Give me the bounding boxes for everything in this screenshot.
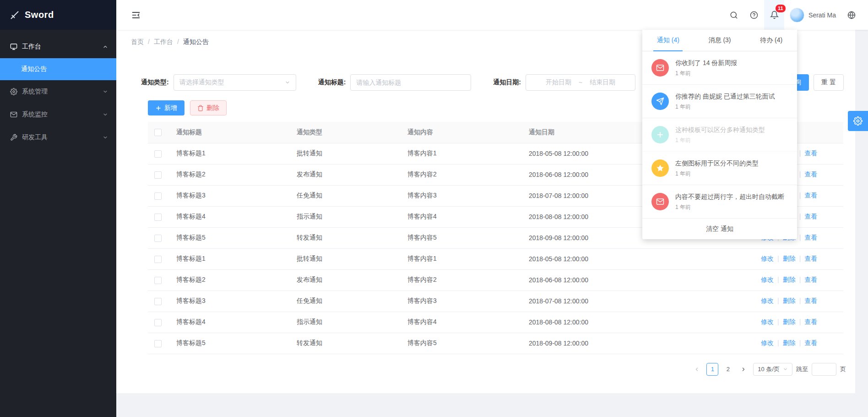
- action-view[interactable]: 查看: [804, 149, 817, 157]
- sidebar-item-dev-tools[interactable]: 研发工具: [0, 126, 116, 149]
- date-start-placeholder: 开始日期: [546, 78, 571, 87]
- action-view[interactable]: 查看: [804, 276, 817, 283]
- sidebar-item-system-monitor[interactable]: 系统监控: [0, 103, 116, 126]
- cell-content: 博客内容4: [403, 206, 524, 227]
- jump-label: 跳至: [796, 365, 808, 373]
- next-page-button[interactable]: [738, 363, 749, 376]
- action-view[interactable]: 查看: [804, 255, 817, 262]
- sidebar-item-workbench[interactable]: 工作台: [0, 35, 116, 58]
- notifications-button[interactable]: 11: [764, 0, 784, 30]
- cell-date: 2018-07-08 12:00:00: [524, 291, 756, 312]
- row-checkbox[interactable]: [154, 256, 162, 263]
- action-view[interactable]: 查看: [804, 339, 817, 346]
- notification-item[interactable]: 你收到了 14 份新周报 1 年前: [642, 51, 797, 85]
- help-button[interactable]: [744, 0, 764, 30]
- action-delete[interactable]: 删除: [783, 255, 796, 262]
- breadcrumb-item-home[interactable]: 首页: [131, 37, 144, 46]
- row-checkbox[interactable]: [154, 214, 162, 221]
- action-view[interactable]: 查看: [804, 213, 817, 220]
- gear-icon: [853, 116, 863, 126]
- action-edit[interactable]: 修改: [761, 339, 774, 346]
- notification-item[interactable]: 这种模板可以区分多种通知类型 1 年前: [642, 118, 797, 152]
- page-number-1[interactable]: 1: [706, 363, 718, 376]
- page-number-2[interactable]: 2: [722, 363, 734, 376]
- cell-title: 博客标题5: [172, 227, 292, 248]
- action-separator: |: [799, 213, 801, 220]
- notification-badge: 11: [775, 4, 786, 13]
- action-view[interactable]: 查看: [804, 297, 817, 304]
- sword-logo-icon: [9, 10, 20, 21]
- row-checkbox[interactable]: [154, 171, 162, 179]
- table-row: 博客标题1 批转通知 博客内容1 2018-05-08 12:00:00 修改|…: [148, 248, 843, 269]
- page-size-value: 10 条/页: [758, 365, 780, 373]
- language-button[interactable]: [841, 0, 862, 30]
- row-checkbox[interactable]: [154, 340, 162, 347]
- breadcrumb-separator: /: [148, 37, 150, 46]
- breadcrumb-item-workbench[interactable]: 工作台: [154, 37, 173, 46]
- notice-title-input[interactable]: [350, 74, 471, 91]
- notification-item[interactable]: 你推荐的 曲妮妮 已通过第三轮面试 1 年前: [642, 85, 797, 118]
- plus-icon: [155, 105, 162, 111]
- table-row: 博客标题4 指示通知 博客内容4 2018-08-08 12:00:00 修改|…: [148, 312, 843, 333]
- notification-tabs: 通知 (4) 消息 (3) 待办 (4): [642, 30, 797, 51]
- page-size-select[interactable]: 10 条/页: [753, 363, 792, 376]
- search-button[interactable]: [724, 0, 744, 30]
- row-checkbox[interactable]: [154, 235, 162, 242]
- action-view[interactable]: 查看: [804, 318, 817, 325]
- action-separator: |: [777, 318, 779, 325]
- user-menu[interactable]: Serati Ma: [784, 0, 841, 30]
- column-header-type: 通知类型: [292, 122, 403, 143]
- collapse-sidebar-button[interactable]: [129, 8, 143, 22]
- cell-title: 博客标题3: [172, 185, 292, 206]
- reset-button[interactable]: 重 置: [814, 74, 844, 91]
- notification-texts: 左侧图标用于区分不同的类型 1 年前: [675, 159, 788, 178]
- action-edit[interactable]: 修改: [761, 318, 774, 325]
- notification-tab[interactable]: 待办 (4): [745, 30, 797, 51]
- select-all-checkbox[interactable]: [154, 129, 162, 136]
- action-view[interactable]: 查看: [804, 170, 817, 178]
- action-separator: |: [799, 234, 801, 241]
- notification-item[interactable]: 内容不要超过两行字，超出时自动截断 1 年前: [642, 185, 797, 219]
- clear-notifications-button[interactable]: 清空 通知: [642, 219, 797, 239]
- sidebar-item-notice[interactable]: 通知公告: [0, 58, 116, 80]
- action-delete[interactable]: 删除: [783, 339, 796, 346]
- cell-content: 博客内容5: [403, 227, 524, 248]
- delete-button[interactable]: 删除: [190, 100, 227, 115]
- action-separator: |: [777, 255, 779, 262]
- row-checkbox[interactable]: [154, 192, 162, 200]
- prev-page-button[interactable]: [691, 363, 703, 376]
- action-delete[interactable]: 删除: [783, 276, 796, 283]
- notification-tab[interactable]: 通知 (4): [642, 30, 694, 51]
- notice-type-select[interactable]: 请选择通知类型: [174, 74, 296, 91]
- cell-type: 任免通知: [292, 185, 403, 206]
- row-checkbox[interactable]: [154, 277, 162, 284]
- action-separator: |: [799, 149, 801, 157]
- notification-time: 1 年前: [675, 137, 788, 144]
- row-checkbox[interactable]: [154, 319, 162, 326]
- cell-title: 博客标题4: [172, 206, 292, 227]
- column-header-title: 通知标题: [172, 122, 292, 143]
- row-checkbox[interactable]: [154, 298, 162, 305]
- action-edit[interactable]: 修改: [761, 255, 774, 262]
- action-edit[interactable]: 修改: [761, 276, 774, 283]
- add-button[interactable]: 新增: [148, 100, 184, 115]
- jump-page-input[interactable]: [812, 363, 836, 376]
- tab-label: 消息 (3): [709, 36, 731, 44]
- notification-item[interactable]: 左侧图标用于区分不同的类型 1 年前: [642, 152, 797, 185]
- column-header-content: 通知内容: [403, 122, 524, 143]
- row-checkbox[interactable]: [154, 150, 162, 158]
- action-view[interactable]: 查看: [804, 192, 817, 199]
- cell-type: 指示通知: [292, 312, 403, 333]
- action-delete[interactable]: 删除: [783, 297, 796, 304]
- action-edit[interactable]: 修改: [761, 297, 774, 304]
- app-logo[interactable]: Sword: [0, 0, 116, 30]
- action-delete[interactable]: 删除: [783, 318, 796, 325]
- menu-fold-icon: [131, 11, 141, 20]
- sidebar-item-system-management[interactable]: 系统管理: [0, 80, 116, 103]
- theme-settings-button[interactable]: [848, 111, 868, 131]
- action-view[interactable]: 查看: [804, 234, 817, 241]
- date-range-picker[interactable]: 开始日期 ~ 结束日期: [526, 74, 635, 91]
- notification-tab[interactable]: 消息 (3): [694, 30, 746, 51]
- notification-texts: 内容不要超过两行字，超出时自动截断 1 年前: [675, 192, 788, 211]
- globe-icon: [847, 11, 856, 19]
